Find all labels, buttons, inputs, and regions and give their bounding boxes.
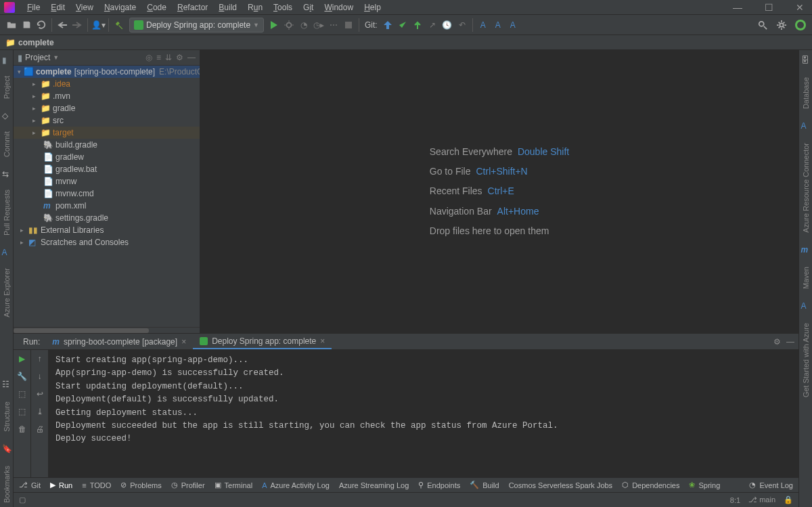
run-button[interactable] bbox=[267, 18, 281, 32]
project-header[interactable]: ▮ Project ▼ ◎ ≡ ⇊ ⚙ — bbox=[14, 50, 200, 66]
rerun-button[interactable]: ▶ bbox=[16, 353, 28, 365]
clear-button[interactable]: 🗑 bbox=[16, 423, 28, 435]
stop-button[interactable] bbox=[341, 18, 356, 32]
database-icon[interactable]: 🗄 bbox=[801, 56, 811, 65]
right-gutter-database[interactable]: Database bbox=[802, 73, 810, 113]
window-close-button[interactable]: ✕ bbox=[790, 0, 809, 15]
close-icon[interactable]: × bbox=[181, 337, 186, 347]
tree-folder-src[interactable]: ▸📁src bbox=[14, 114, 200, 127]
run-tab-deploy[interactable]: Deploy Spring app: complete × bbox=[193, 334, 332, 349]
left-gutter-pull[interactable]: Pull Requests bbox=[3, 185, 11, 240]
tstrip-deps[interactable]: ⬡Dependencies bbox=[622, 481, 679, 489]
azure-icon[interactable]: A bbox=[801, 301, 811, 311]
open-button[interactable] bbox=[4, 18, 19, 32]
git-update-button[interactable] bbox=[380, 18, 395, 32]
git-history-button[interactable]: ↗ bbox=[425, 18, 440, 32]
tree-folder-target[interactable]: ▸📁target bbox=[14, 127, 200, 139]
coverage-button[interactable]: ◔ bbox=[296, 18, 311, 32]
tstrip-endpoints[interactable]: ⚲Endpoints bbox=[418, 481, 460, 489]
status-lock-icon[interactable]: 🔒 bbox=[784, 495, 793, 504]
scroll-up-button[interactable]: ↑ bbox=[34, 353, 46, 365]
attach-button[interactable]: ⋯ bbox=[326, 18, 341, 32]
tree-folder-idea[interactable]: ▸📁.idea bbox=[14, 78, 200, 90]
right-gutter-maven[interactable]: Maven bbox=[802, 263, 810, 293]
menu-window[interactable]: Window bbox=[319, 1, 359, 14]
project-tree[interactable]: ▾ 🟦 complete [spring-boot-complete] E:\P… bbox=[14, 66, 200, 327]
tool-button-1[interactable]: ⬚ bbox=[16, 388, 28, 400]
menu-edit[interactable]: Edit bbox=[45, 1, 70, 14]
tree-folder-gradle[interactable]: ▸📁gradle bbox=[14, 102, 200, 114]
tree-file[interactable]: 📄gradlew bbox=[14, 151, 200, 163]
azure-icon[interactable]: A bbox=[801, 121, 811, 131]
wrench-button[interactable]: 🔧 bbox=[16, 370, 28, 382]
window-minimize-button[interactable]: — bbox=[728, 0, 747, 15]
tstrip-profiler[interactable]: ◷Profiler bbox=[171, 481, 205, 489]
profiler-button[interactable]: ◷▸ bbox=[311, 18, 326, 32]
project-collapse-icon[interactable]: ⇊ bbox=[165, 53, 172, 62]
tstrip-git[interactable]: ⎇Git bbox=[19, 481, 41, 489]
tstrip-run[interactable]: ▶Run bbox=[50, 481, 72, 489]
debug-button[interactable] bbox=[281, 18, 296, 32]
print-button[interactable]: 🖨 bbox=[34, 423, 46, 435]
status-pos[interactable]: 8:1 bbox=[730, 496, 740, 504]
menu-build[interactable]: Build bbox=[213, 1, 242, 14]
menu-code[interactable]: Code bbox=[141, 1, 172, 14]
scroll-down-button[interactable]: ↓ bbox=[34, 370, 46, 382]
tree-external-libs[interactable]: ▸▮▮External Libraries bbox=[14, 224, 200, 236]
tree-file[interactable]: 📄mvnw.cmd bbox=[14, 188, 200, 200]
tree-file[interactable]: 🐘build.gradle bbox=[14, 139, 200, 151]
soft-wrap-button[interactable]: ↩ bbox=[34, 388, 46, 400]
forward-button[interactable] bbox=[70, 18, 85, 32]
breadcrumb[interactable]: 📁 complete bbox=[0, 35, 812, 50]
git-revert-button[interactable]: ↶ bbox=[455, 18, 470, 32]
status-windows-icon[interactable]: ▢ bbox=[19, 495, 26, 504]
tstrip-cosmos[interactable]: Cosmos Serverless Spark Jobs bbox=[509, 481, 612, 489]
git-commit-button[interactable] bbox=[395, 18, 410, 32]
settings-button[interactable] bbox=[774, 18, 789, 32]
search-button[interactable] bbox=[755, 18, 770, 32]
back-button[interactable] bbox=[55, 18, 70, 32]
scroll-end-button[interactable]: ⤓ bbox=[34, 405, 46, 418]
left-gutter-azure[interactable]: Azure Explorer bbox=[3, 264, 11, 322]
window-maximize-button[interactable]: ☐ bbox=[759, 0, 778, 15]
tree-folder-mvn[interactable]: ▸📁.mvn bbox=[14, 90, 200, 102]
tree-file[interactable]: 🐘settings.gradle bbox=[14, 212, 200, 224]
status-branch[interactable]: ⎇ main bbox=[748, 495, 775, 504]
close-icon[interactable]: × bbox=[320, 336, 325, 346]
azure-button-3[interactable]: A bbox=[505, 18, 520, 32]
tstrip-eventlog[interactable]: ◔Event Log bbox=[749, 481, 793, 489]
project-view-caret[interactable]: ▼ bbox=[53, 54, 59, 61]
bookmarks-tool-icon[interactable]: 🔖 bbox=[2, 444, 12, 454]
azure-explorer-tool-icon[interactable]: A bbox=[2, 248, 12, 257]
azure-aad-button[interactable]: A bbox=[476, 18, 491, 32]
menu-git[interactable]: Git bbox=[298, 1, 319, 14]
run-hide-icon[interactable]: — bbox=[786, 337, 794, 347]
tstrip-build[interactable]: 🔨Build bbox=[470, 481, 499, 489]
maven-icon[interactable]: m bbox=[801, 245, 811, 255]
tool-button-2[interactable]: ⬚ bbox=[16, 405, 28, 418]
right-gutter-azure-res[interactable]: Azure Resource Connector bbox=[802, 139, 810, 237]
menu-file[interactable]: File bbox=[22, 1, 45, 14]
menu-run[interactable]: Run bbox=[242, 1, 268, 14]
menu-refactor[interactable]: Refactor bbox=[172, 1, 213, 14]
tree-root[interactable]: ▾ 🟦 complete [spring-boot-complete] E:\P… bbox=[14, 66, 200, 78]
tstrip-azure-stream[interactable]: Azure Streaming Log bbox=[339, 481, 409, 489]
hammer-build-button[interactable] bbox=[112, 18, 127, 32]
git-push-button[interactable] bbox=[410, 18, 425, 32]
menu-view[interactable]: View bbox=[70, 1, 99, 14]
menu-navigate[interactable]: Navigate bbox=[99, 1, 141, 14]
git-clock-button[interactable]: 🕓 bbox=[440, 18, 455, 32]
run-tab-package[interactable]: m spring-boot-complete [package] × bbox=[45, 334, 193, 349]
tree-scratches[interactable]: ▸◩Scratches and Consoles bbox=[14, 236, 200, 248]
scrollbar-horizontal[interactable] bbox=[14, 327, 200, 333]
left-gutter-bookmarks[interactable]: Bookmarks bbox=[3, 462, 11, 507]
tstrip-problems[interactable]: ⊘Problems bbox=[120, 481, 161, 489]
left-gutter-structure[interactable]: Structure bbox=[3, 397, 11, 436]
tree-file[interactable]: mpom.xml bbox=[14, 200, 200, 212]
user-button[interactable]: 👤▾ bbox=[91, 18, 106, 32]
tstrip-spring[interactable]: ❀Spring bbox=[689, 481, 720, 489]
run-settings-icon[interactable]: ⚙ bbox=[773, 337, 781, 347]
tstrip-azure-log[interactable]: AAzure Activity Log bbox=[262, 481, 330, 489]
pull-requests-tool-icon[interactable]: ⇆ bbox=[2, 169, 12, 179]
azure-button-2[interactable]: A bbox=[491, 18, 505, 32]
